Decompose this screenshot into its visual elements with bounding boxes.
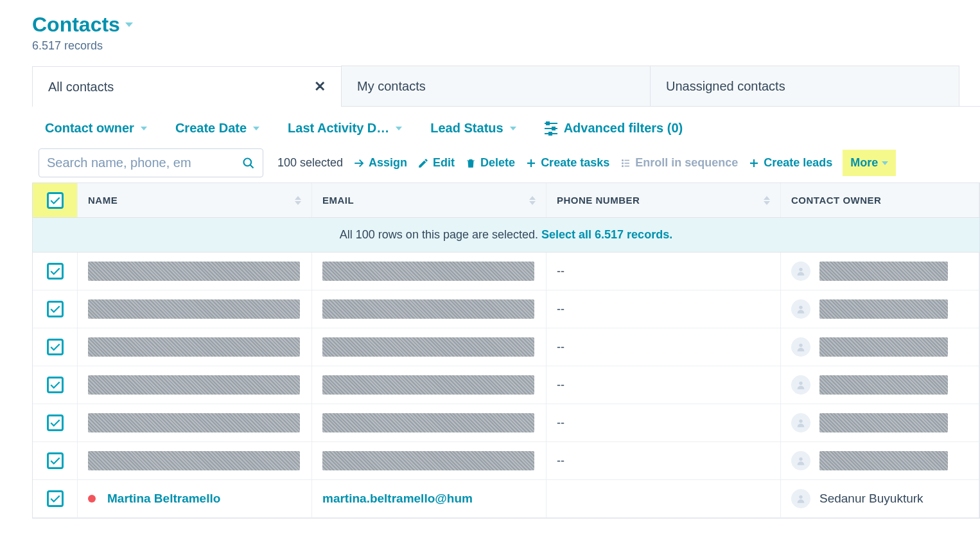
plus-icon <box>748 157 760 169</box>
select-all-records-link[interactable]: Select all 6.517 records. <box>541 228 672 241</box>
select-all-header[interactable] <box>33 183 78 217</box>
redacted-content <box>88 451 300 470</box>
svg-point-18 <box>799 458 802 461</box>
redacted-content <box>819 451 948 470</box>
arrow-right-icon <box>353 157 365 169</box>
filter-lead-status[interactable]: Lead Status <box>430 121 516 136</box>
table-header-row: NAME EMAIL PHONE NUMBER CONTACT OWNER <box>33 182 979 218</box>
row-select-cell[interactable] <box>33 366 78 404</box>
row-checkbox[interactable] <box>47 490 64 507</box>
cell-name[interactable] <box>78 404 312 441</box>
redacted-content <box>322 413 534 432</box>
action-label: Edit <box>433 156 455 170</box>
column-label: CONTACT OWNER <box>791 195 881 206</box>
svg-point-13 <box>799 268 802 271</box>
tab-unassigned-contacts[interactable]: Unassigned contacts <box>650 66 959 106</box>
cell-phone: -- <box>547 253 781 290</box>
avatar-icon <box>791 337 810 357</box>
cell-owner <box>781 253 979 290</box>
cell-name[interactable]: Martina Beltramello <box>78 480 312 517</box>
cell-name[interactable] <box>78 366 312 404</box>
contact-email-link[interactable]: martina.beltramello@hum <box>322 492 473 506</box>
phone-value: -- <box>557 341 564 354</box>
row-select-cell[interactable] <box>33 253 78 290</box>
create-tasks-button[interactable]: Create tasks <box>525 156 609 170</box>
delete-button[interactable]: Delete <box>465 156 515 170</box>
action-label: Delete <box>480 156 515 170</box>
filter-label: Create Date <box>175 121 247 136</box>
cell-email[interactable]: martina.beltramello@hum <box>312 480 547 517</box>
column-label: PHONE NUMBER <box>557 195 640 206</box>
tab-label: My contacts <box>357 79 426 94</box>
cell-name[interactable] <box>78 290 312 328</box>
filter-last-activity[interactable]: Last Activity D… <box>288 121 402 136</box>
more-button[interactable]: More <box>843 150 896 176</box>
cell-phone: -- <box>547 366 781 404</box>
sort-icon <box>764 196 770 205</box>
cell-name[interactable] <box>78 253 312 290</box>
assign-button[interactable]: Assign <box>353 156 407 170</box>
row-checkbox[interactable] <box>47 377 64 393</box>
row-select-cell[interactable] <box>33 442 78 479</box>
select-all-checkbox[interactable] <box>47 192 64 209</box>
phone-value: -- <box>557 454 564 468</box>
filter-contact-owner[interactable]: Contact owner <box>45 121 147 136</box>
cell-email[interactable] <box>312 328 547 366</box>
cell-name[interactable] <box>78 442 312 479</box>
cell-email[interactable] <box>312 253 547 290</box>
caret-down-icon <box>882 161 888 165</box>
tabs-row: All contacts ✕ My contacts Unassigned co… <box>32 66 980 107</box>
caret-down-icon <box>125 22 133 27</box>
table-row: -- <box>33 253 979 290</box>
column-header-email[interactable]: EMAIL <box>312 183 547 217</box>
cell-email[interactable] <box>312 404 547 441</box>
edit-button[interactable]: Edit <box>417 156 455 170</box>
cell-owner: Sedanur Buyukturk <box>781 480 979 517</box>
status-dot-icon <box>88 495 96 503</box>
row-select-cell[interactable] <box>33 480 78 517</box>
caret-down-icon <box>396 127 402 130</box>
action-label: Enroll in sequence <box>635 156 738 170</box>
search-input[interactable] <box>47 156 242 170</box>
redacted-content <box>819 262 948 281</box>
cell-email[interactable] <box>312 290 547 328</box>
cell-phone: -- <box>547 404 781 441</box>
actions-bar: 100 selected Assign Edit Delete Create t… <box>32 143 980 182</box>
search-field[interactable] <box>39 148 263 177</box>
column-header-name[interactable]: NAME <box>78 183 312 217</box>
table-row: -- <box>33 290 979 328</box>
avatar-icon <box>791 451 810 470</box>
row-checkbox[interactable] <box>47 339 64 355</box>
cell-email[interactable] <box>312 366 547 404</box>
page-title-dropdown[interactable]: Contacts <box>32 13 133 37</box>
cell-email[interactable] <box>312 442 547 479</box>
filter-create-date[interactable]: Create Date <box>175 121 259 136</box>
sequence-icon <box>620 157 631 169</box>
row-checkbox[interactable] <box>47 301 64 317</box>
trash-icon <box>465 157 477 169</box>
column-label: EMAIL <box>322 195 354 206</box>
cell-name[interactable] <box>78 328 312 366</box>
cell-owner <box>781 328 979 366</box>
row-select-cell[interactable] <box>33 328 78 366</box>
column-header-phone[interactable]: PHONE NUMBER <box>547 183 781 217</box>
cell-owner <box>781 404 979 441</box>
contact-name-link[interactable]: Martina Beltramello <box>107 492 220 506</box>
row-checkbox[interactable] <box>47 263 64 280</box>
row-checkbox[interactable] <box>47 414 64 431</box>
create-leads-button[interactable]: Create leads <box>748 156 832 170</box>
svg-line-1 <box>250 165 254 168</box>
row-select-cell[interactable] <box>33 290 78 328</box>
pencil-icon <box>417 157 429 169</box>
svg-point-7 <box>622 165 624 167</box>
column-header-owner[interactable]: CONTACT OWNER <box>781 183 979 217</box>
row-select-cell[interactable] <box>33 404 78 441</box>
record-count: 6.517 records <box>32 39 980 53</box>
row-checkbox[interactable] <box>47 452 64 469</box>
tab-all-contacts[interactable]: All contacts ✕ <box>32 66 342 107</box>
banner-text: All 100 rows on this page are selected. <box>340 228 541 241</box>
tab-my-contacts[interactable]: My contacts <box>341 66 651 106</box>
avatar-icon <box>791 375 810 395</box>
filter-advanced[interactable]: Advanced filters (0) <box>545 121 683 136</box>
close-icon[interactable]: ✕ <box>314 78 326 95</box>
